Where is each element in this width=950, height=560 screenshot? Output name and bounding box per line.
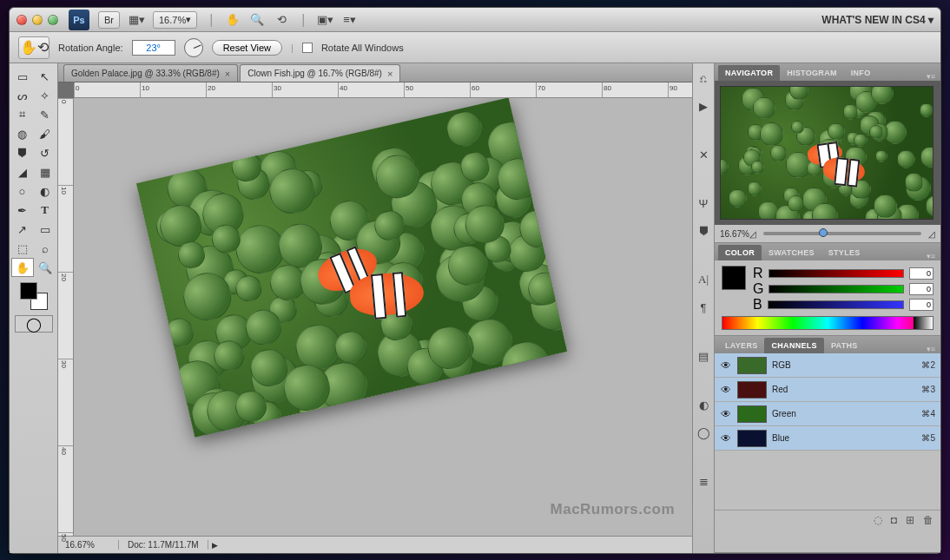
layers-panel-icon[interactable]: ≣ <box>696 473 711 489</box>
channel-row[interactable]: 👁Blue⌘5 <box>715 426 940 451</box>
tab-info[interactable]: INFO <box>844 65 878 81</box>
camera-panel-icon[interactable]: ◯ <box>696 425 711 440</box>
r-slider[interactable] <box>769 269 904 278</box>
screenmode-icon[interactable]: ▣▾ <box>318 12 333 28</box>
actions-panel-icon[interactable]: ▶ <box>696 98 711 114</box>
color-swatch-pair[interactable] <box>18 280 49 312</box>
tab-clown-fish[interactable]: Clown Fish.jpg @ 16.7% (RGB/8#) × <box>240 64 400 82</box>
tool-lasso[interactable]: ᔕ <box>11 86 34 105</box>
close-tab-icon[interactable]: × <box>225 69 230 79</box>
b-value[interactable] <box>909 299 934 311</box>
tool-history[interactable]: ↺ <box>34 143 56 162</box>
history-panel-icon[interactable]: ⎌ <box>696 70 711 86</box>
tool-presets-icon[interactable]: ✕ <box>696 147 711 162</box>
canvas[interactable]: MacRumors.com <box>74 98 692 536</box>
brushes-panel-icon[interactable]: Ψ <box>696 195 711 211</box>
color-spectrum[interactable] <box>722 316 934 330</box>
channel-row[interactable]: 👁Red⌘3 <box>715 378 940 402</box>
channel-thumbnail <box>737 357 767 374</box>
rotation-angle-input[interactable] <box>132 40 175 56</box>
load-selection-icon[interactable]: ◌ <box>874 514 882 526</box>
status-menu-icon[interactable]: ▶ <box>212 541 218 550</box>
panel-menu-icon[interactable]: ▾≡ <box>927 345 935 353</box>
tool-wand[interactable]: ✧ <box>34 86 56 105</box>
para-panel-icon[interactable]: ¶ <box>696 300 711 315</box>
photoshop-icon[interactable]: Ps <box>69 10 89 30</box>
tool-marquee[interactable]: ↖ <box>34 67 56 86</box>
char-panel-icon[interactable]: A| <box>696 272 711 287</box>
navigator-thumbnail[interactable] <box>720 86 934 220</box>
tab-histogram[interactable]: HISTOGRAM <box>780 65 844 81</box>
tool-eyedrop[interactable]: ✎ <box>34 105 56 124</box>
zoom-level-dropdown[interactable]: 16.7% ▾ <box>153 11 197 29</box>
tool-shape[interactable]: ▭ <box>34 220 56 239</box>
tool-pen[interactable]: ✒ <box>11 201 34 220</box>
rotate-view-icon[interactable]: ⟲ <box>274 12 289 28</box>
r-value[interactable] <box>909 267 934 280</box>
tool-eraser[interactable]: ◢ <box>11 162 34 181</box>
channel-name: Blue <box>772 433 789 443</box>
arrange-icon[interactable]: ≡▾ <box>342 12 358 28</box>
zoom-out-icon[interactable]: ◿ <box>749 229 756 239</box>
visibility-icon[interactable]: 👁 <box>720 384 732 396</box>
close-window-icon[interactable] <box>16 15 27 25</box>
notes-panel-icon[interactable]: ▤ <box>696 348 711 364</box>
g-slider[interactable] <box>769 285 904 293</box>
tool-dodge[interactable]: ◐ <box>34 181 56 201</box>
minimize-window-icon[interactable] <box>32 15 43 25</box>
visibility-icon[interactable]: 👁 <box>720 359 732 372</box>
rotation-dial[interactable] <box>184 38 203 57</box>
navigator-zoom-value[interactable]: 16.67% <box>720 229 749 239</box>
foreground-color-swatch[interactable] <box>20 282 37 300</box>
current-tool-preview[interactable]: ✋⟲ <box>18 36 49 59</box>
tab-swatches[interactable]: SWATCHES <box>762 245 821 260</box>
tool-path[interactable]: ↗ <box>11 220 34 239</box>
tool-stamp[interactable]: ⛊ <box>11 143 34 162</box>
visibility-icon[interactable]: 👁 <box>720 408 732 420</box>
tool-move[interactable]: ▭ <box>11 67 34 86</box>
tab-styles[interactable]: STYLES <box>821 245 868 260</box>
navigator-controls: 16.67% ◿ ◿ <box>715 225 940 242</box>
tab-layers[interactable]: LAYERS <box>718 338 764 353</box>
visibility-icon[interactable]: 👁 <box>720 432 732 445</box>
g-value[interactable] <box>909 283 934 295</box>
tab-channels[interactable]: CHANNELS <box>764 338 823 353</box>
clone-panel-icon[interactable]: ⛊ <box>696 223 711 239</box>
tool-brush[interactable]: 🖌 <box>34 124 56 143</box>
adjust-panel-icon[interactable]: ◐ <box>696 397 711 412</box>
b-slider[interactable] <box>768 300 904 309</box>
tab-paths[interactable]: PATHS <box>824 338 865 353</box>
zoom-window-icon[interactable] <box>48 15 58 25</box>
tool-camera[interactable]: ⌕ <box>34 239 56 258</box>
panel-menu-icon[interactable]: ▾≡ <box>927 72 935 81</box>
tool-blur[interactable]: ○ <box>11 181 34 201</box>
panel-menu-icon[interactable]: ▾≡ <box>927 252 935 260</box>
tool-heal[interactable]: ◍ <box>11 124 34 143</box>
rotate-all-checkbox[interactable] <box>302 43 313 53</box>
tab-navigator[interactable]: NAVIGATOR <box>718 65 780 81</box>
tool-hand[interactable]: ✋ <box>11 258 34 277</box>
hand-icon[interactable]: ✋ <box>225 12 241 28</box>
navigator-zoom-slider[interactable] <box>763 232 921 235</box>
save-selection-icon[interactable]: ◘ <box>891 514 897 526</box>
tab-color[interactable]: COLOR <box>718 245 762 260</box>
magnifier-icon[interactable]: 🔍 <box>249 12 265 28</box>
filmstrip-icon[interactable]: ▦▾ <box>129 12 144 28</box>
close-tab-icon[interactable]: × <box>387 69 393 79</box>
quickmask-toggle[interactable]: ◯ <box>15 315 53 333</box>
tool-crop[interactable]: ⌗ <box>11 105 34 124</box>
new-channel-icon[interactable]: ⊞ <box>906 514 914 526</box>
tool-3d[interactable]: ⬚ <box>11 239 34 258</box>
tool-gradient[interactable]: ▦ <box>34 162 56 181</box>
reset-view-button[interactable]: Reset View <box>212 40 282 56</box>
delete-channel-icon[interactable]: 🗑 <box>923 514 934 526</box>
channel-row[interactable]: 👁Green⌘4 <box>715 402 940 426</box>
tool-zoom[interactable]: 🔍 <box>34 258 56 277</box>
tool-type[interactable]: T <box>34 201 56 220</box>
channel-row[interactable]: 👁RGB⌘2 <box>715 353 940 378</box>
bridge-button[interactable]: Br <box>98 11 120 29</box>
zoom-in-icon[interactable]: ◿ <box>928 229 935 239</box>
color-fg-swatch[interactable] <box>722 266 746 290</box>
whats-new-menu[interactable]: WHAT'S NEW IN CS4 ▾ <box>821 14 934 26</box>
tab-golden-palace[interactable]: Golden Palace.jpg @ 33.3% (RGB/8#) × <box>63 64 238 82</box>
